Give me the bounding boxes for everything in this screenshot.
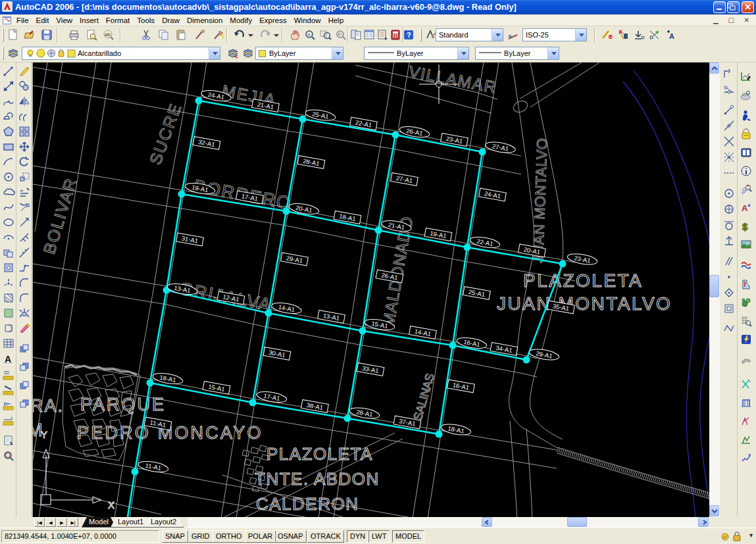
svg-text:X: X <box>108 499 114 510</box>
svg-text:RA.: RA. <box>33 396 64 416</box>
svg-text:JUAN MONTALVO: JUAN MONTALVO <box>530 137 551 263</box>
svg-text:SALINAS: SALINAS <box>411 372 437 422</box>
svg-text:TNTE. ABDON: TNTE. ABDON <box>255 469 380 489</box>
svg-text:A: A <box>669 32 674 40</box>
svg-text:CALDERON: CALDERON <box>256 494 359 514</box>
svg-text:PLAZOLETA: PLAZOLETA <box>523 270 643 291</box>
svg-text:BOLIVAR: BOLIVAR <box>39 175 80 256</box>
svg-text:VILLAMAR: VILLAMAR <box>407 62 499 97</box>
svg-text:ab: ab <box>105 32 111 37</box>
svg-text:PLAZOLETA: PLAZOLETA <box>266 444 373 464</box>
svg-text:JUAN MONTALVO: JUAN MONTALVO <box>497 293 672 314</box>
svg-text:PARQUE: PARQUE <box>80 395 166 414</box>
svg-text:SUCRE: SUCRE <box>145 100 185 166</box>
svg-text:±: ± <box>307 32 311 37</box>
svg-text:Y: Y <box>41 429 47 440</box>
svg-text:A: A <box>742 203 748 213</box>
svg-text:?: ? <box>407 31 411 39</box>
svg-text:$: $ <box>742 221 748 232</box>
